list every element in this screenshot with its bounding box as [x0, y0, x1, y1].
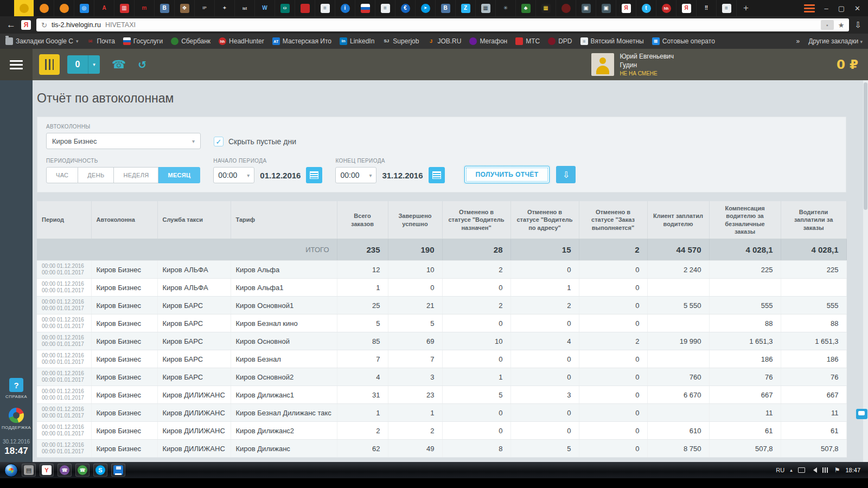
column-header[interactable]: Завершено успешно — [388, 201, 442, 239]
table-row[interactable]: 00:00 01.12.201600:00 01.01.2017Киров Би… — [37, 368, 846, 386]
column-header[interactable]: Всего заказов — [337, 201, 388, 239]
column-header[interactable]: Тариф — [231, 201, 337, 239]
browser-tab[interactable]: i — [335, 0, 355, 16]
bookmark-item[interactable]: ✉Почта — [87, 37, 115, 45]
browser-tab[interactable]: ▣ — [576, 0, 596, 16]
column-header[interactable]: Клиент заплатил водителю — [647, 201, 709, 239]
bookmark-item[interactable]: SJSuperjob — [382, 37, 419, 45]
browser-tab[interactable]: В — [436, 0, 456, 16]
browser-tab[interactable]: ♣ — [516, 0, 536, 16]
bookmark-item[interactable]: Мегафон — [469, 37, 507, 45]
browser-tab[interactable] — [34, 0, 54, 16]
start-button[interactable] — [4, 464, 18, 477]
minimize-button[interactable]: – — [825, 4, 828, 12]
tray-app-taskbar-button[interactable]: ▤ — [22, 464, 36, 477]
browser-tab[interactable]: ▦ — [536, 0, 556, 16]
table-row[interactable]: 00:00 01.12.201600:00 01.01.2017Киров Би… — [37, 314, 846, 332]
end-calendar-icon[interactable] — [429, 167, 445, 183]
bookmark-item[interactable]: Госуслуги — [123, 37, 163, 45]
browser-tab[interactable]: A — [94, 0, 114, 16]
browser-tab[interactable]: ▦ — [476, 0, 496, 16]
yandex-logo-icon[interactable]: Я — [21, 20, 31, 30]
browser-tab[interactable]: m — [135, 0, 155, 16]
browser-tab[interactable]: Z — [456, 0, 476, 16]
period-option-месяц[interactable]: МЕСЯЦ — [158, 167, 200, 183]
language-indicator[interactable]: RU — [776, 467, 784, 473]
column-header[interactable]: Период — [37, 201, 91, 239]
clock[interactable]: 18:47 — [845, 467, 860, 473]
browser-menu-icon[interactable] — [804, 4, 815, 12]
browser-tab[interactable]: Я — [676, 0, 697, 16]
display-icon[interactable] — [798, 467, 805, 473]
action-center-flag-icon[interactable]: ⚑ — [834, 466, 840, 474]
browser-tab[interactable]: ‹› — [275, 0, 295, 16]
whatsapp-taskbar-button[interactable]: ☎ — [75, 464, 90, 477]
bookmark-item[interactable]: Закладки Google С▾ — [5, 37, 79, 45]
skype-taskbar-button[interactable]: S — [93, 464, 107, 477]
browser-tab[interactable]: ➤ — [416, 0, 436, 16]
table-row[interactable]: 00:00 01.12.201600:00 01.01.2017Киров Би… — [37, 404, 846, 422]
get-report-button[interactable]: ПОЛУЧИТЬ ОТЧЁТ — [464, 166, 550, 183]
browser-tab[interactable]: ✳ — [496, 0, 516, 16]
app-menu-button[interactable] — [0, 49, 33, 80]
other-bookmarks-button[interactable]: Другие закладки ▾ — [808, 37, 863, 45]
browser-tab[interactable] — [54, 0, 74, 16]
download-report-button[interactable]: ⇩ — [556, 166, 576, 183]
table-row[interactable]: 00:00 01.12.201600:00 01.01.2017Киров Би… — [37, 332, 846, 350]
history-icon[interactable]: ↺ — [138, 59, 146, 71]
browser-tab[interactable] — [355, 0, 375, 16]
table-row[interactable]: 00:00 01.12.201600:00 01.01.2017Киров Би… — [37, 350, 846, 368]
hide-empty-checkbox[interactable]: ✓ Скрыть пустые дни — [214, 137, 296, 146]
bookmark-item[interactable]: ≡Вятский Монетны — [580, 37, 644, 45]
hivetaxi-logo-icon[interactable] — [39, 54, 60, 75]
table-row[interactable]: 00:00 01.12.201600:00 01.01.2017Киров Би… — [37, 422, 846, 440]
browser-tab[interactable]: ✦ — [215, 0, 235, 16]
table-row[interactable]: 00:00 01.12.201600:00 01.01.2017Киров Би… — [37, 279, 846, 297]
maximize-button[interactable]: ▢ — [838, 4, 845, 12]
save-taskbar-button[interactable] — [111, 464, 125, 477]
address-input[interactable]: ↻ tis-2.hivelogin.ru HIVETAXI ▪ ★ — [36, 18, 849, 31]
browser-tab[interactable]: hh — [656, 0, 676, 16]
protect-shield-icon[interactable]: ▪ — [821, 20, 834, 30]
browser-tab[interactable]: ▣ — [596, 0, 616, 16]
bookmark-item[interactable]: АТМастерская Ито — [272, 37, 331, 45]
chat-widget-icon[interactable] — [856, 409, 867, 419]
browser-tab[interactable]: ≡ — [375, 0, 395, 16]
orders-counter[interactable]: 0 ▾ — [67, 55, 100, 74]
column-header[interactable]: Автоколонна — [91, 201, 157, 239]
volume-icon[interactable] — [810, 467, 817, 473]
bookmark-item[interactable]: ▦Сотовые операто — [652, 37, 715, 45]
start-time-select[interactable]: 00:00 ▾ — [213, 167, 254, 183]
bookmarks-overflow-chevron[interactable]: » — [796, 37, 800, 45]
phone-icon[interactable]: ☎ — [112, 58, 126, 71]
browser-tab[interactable]: ◎ — [74, 0, 94, 16]
bookmark-star-icon[interactable]: ★ — [838, 21, 845, 29]
bookmark-item[interactable]: DPD — [548, 37, 572, 45]
browser-tab[interactable]: ≡ — [315, 0, 335, 16]
column-header[interactable]: Водители заплатили за заказы — [781, 201, 846, 239]
help-button[interactable]: ? СПРАВКА — [5, 378, 27, 399]
reload-icon[interactable]: ↻ — [41, 21, 47, 29]
chevron-down-icon[interactable]: ▾ — [88, 55, 100, 74]
browser-tab[interactable]: Я — [616, 0, 636, 16]
table-row[interactable]: 00:00 01.12.201600:00 01.01.2017Киров Би… — [37, 386, 846, 404]
start-date-value[interactable]: 01.12.2016 — [260, 171, 301, 180]
column-header[interactable]: Служба такси — [157, 201, 231, 239]
browser-tab[interactable]: IP — [195, 0, 215, 16]
column-header[interactable]: Отменено в статусе "Водитель по адресу" — [510, 201, 579, 239]
browser-tab[interactable]: ▥ — [114, 0, 135, 16]
network-icon[interactable] — [822, 467, 829, 473]
browser-tab[interactable]: t — [636, 0, 656, 16]
browser-tab[interactable] — [295, 0, 315, 16]
browser-tab[interactable]: ist — [235, 0, 255, 16]
browser-tab[interactable] — [14, 0, 34, 16]
start-calendar-icon[interactable] — [306, 167, 322, 183]
column-header[interactable]: Отменено в статусе "Водитель назначен" — [442, 201, 510, 239]
table-row[interactable]: 00:00 01.12.201600:00 01.01.2017Киров Би… — [37, 261, 846, 279]
new-tab-button[interactable]: + — [737, 0, 755, 16]
period-option-час[interactable]: ЧАС — [46, 167, 78, 183]
support-button[interactable]: ПОДДЕРЖКА — [2, 408, 31, 430]
browser-tab[interactable]: ❖ — [175, 0, 195, 16]
viber-taskbar-button[interactable]: ☎ — [58, 464, 72, 477]
browser-tab[interactable]: В — [155, 0, 175, 16]
